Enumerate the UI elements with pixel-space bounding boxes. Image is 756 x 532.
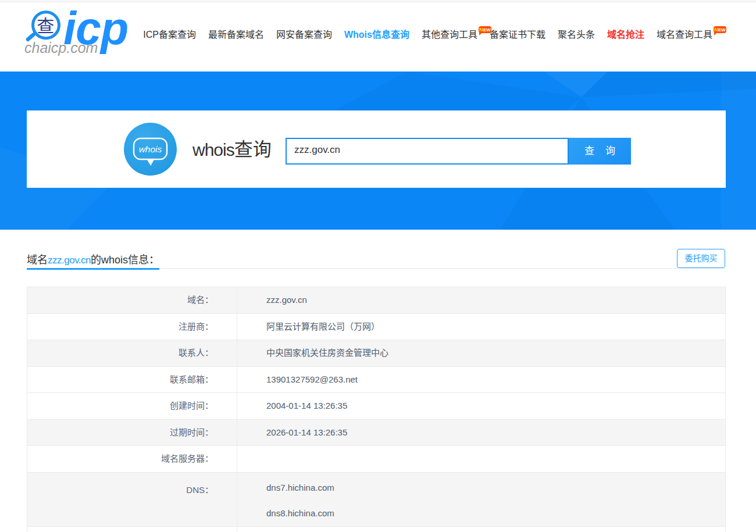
svg-text:whois: whois — [139, 144, 162, 154]
svg-text:icp: icp — [63, 2, 128, 54]
svg-text:查: 查 — [37, 16, 54, 35]
